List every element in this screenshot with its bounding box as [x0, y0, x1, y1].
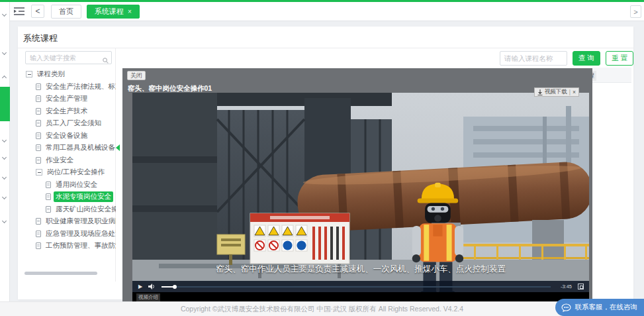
modal-close-button[interactable]: 关闭 — [127, 71, 146, 80]
fullscreen-button[interactable] — [578, 284, 584, 290]
progress-knob[interactable] — [173, 285, 177, 289]
course-name-input[interactable] — [500, 51, 567, 66]
video-title: 窑头、窑中岗位安全操作01 — [128, 84, 212, 93]
chat-support-button[interactable]: 联系客服，在线咨询 — [555, 299, 644, 316]
document-icon — [36, 108, 41, 115]
tree-item[interactable]: 露天矿山岗位安全操作 — [22, 203, 116, 216]
tree-item[interactable]: 课程类别 — [22, 68, 116, 81]
tab-label: 系统课程 — [95, 7, 124, 17]
video-intro-tag[interactable]: 视频介绍 — [136, 293, 160, 301]
video-modal: 关闭 窑头、窑中岗位安全操作01 视频下载 | × — [122, 68, 592, 301]
tree-item-label: 通用岗位安全 — [54, 180, 99, 190]
tree-item-label: 安全生产管理 — [44, 93, 89, 104]
chevron-down-icon — [2, 12, 7, 17]
tree-horizontal-scrollbar[interactable] — [24, 272, 97, 275]
search-icon — [103, 54, 109, 66]
document-icon — [46, 193, 51, 200]
collapsed-nav-rail — [0, 2, 10, 301]
tree-item-label: 职业健康管理及职业病防治 — [44, 216, 116, 227]
tree-item-label: 作业安全 — [44, 155, 75, 166]
tab-home[interactable]: 首页 — [51, 5, 81, 19]
chevron-up-icon — [2, 76, 7, 80]
play-button[interactable]: ▶ — [138, 284, 142, 290]
document-icon — [46, 206, 51, 213]
tree-item[interactable]: 常用工器具及机械设备 — [22, 142, 116, 154]
tree-item-label: 露天矿山岗位安全操作 — [54, 204, 116, 215]
keyword-search-input[interactable] — [25, 51, 112, 64]
chat-bubble-icon — [561, 303, 571, 312]
panel-collapse-handle[interactable] — [116, 144, 120, 151]
video-bottom-strip: 视频介绍 — [132, 292, 589, 301]
reset-button[interactable]: 重 置 — [606, 51, 633, 66]
chevron-down-icon — [2, 175, 7, 180]
tree-item-label: 工伤预防管理、事故防治及典型 — [44, 240, 116, 251]
document-icon — [36, 242, 41, 249]
tree-item-label: 安全设备设施 — [44, 131, 89, 141]
tree-item-label: 课程类别 — [35, 69, 67, 79]
tag-divider: | — [569, 89, 571, 95]
tab-bar: < 首页 系统课程 × > — [10, 2, 644, 21]
tree-item[interactable]: 安全生产技术 — [22, 105, 116, 118]
tree-item-label: 常用工器具及机械设备 — [44, 142, 116, 153]
document-icon — [36, 157, 41, 164]
video-player[interactable]: 窑头、窑中作业人员主要是负责主减速机、一次风机、推煤小车、点火控制装置 ▶ -3… — [132, 93, 589, 301]
document-icon — [46, 182, 51, 188]
chevron-down-icon — [2, 138, 7, 142]
collapse-box-icon[interactable] — [26, 71, 32, 78]
tree-item[interactable]: 水泥专项岗位安全 — [22, 191, 116, 203]
tree-item-label: 水泥专项岗位安全 — [54, 191, 113, 202]
course-category-panel: 课程类别安全生产法律法规、标准安全生产管理安全生产技术员工入厂安全须知安全设备设… — [22, 48, 116, 282]
tree-item-label: 安全生产法律法规、标准 — [44, 81, 116, 92]
progress-bar[interactable] — [161, 286, 551, 288]
tab-system-courses[interactable]: 系统课程 × — [87, 5, 140, 19]
chevron-down-icon — [2, 50, 7, 55]
copyright-text: Copyright ©武汉博晟安全技术股份有限公司 中国·武汉 版权所有 All… — [181, 305, 463, 314]
chevron-down-icon — [2, 195, 7, 199]
card-header: 系统课程 — [18, 26, 633, 48]
download-icon — [537, 89, 543, 95]
tab-next-button[interactable]: > — [630, 5, 641, 18]
document-icon — [36, 218, 41, 225]
page-title: 系统课程 — [23, 32, 58, 44]
tab-back-button[interactable]: < — [31, 5, 44, 18]
document-icon — [36, 144, 41, 151]
download-label: 视频下载 — [545, 88, 567, 96]
top-accent-line — [0, 0, 644, 2]
course-category-tree: 课程类别安全生产法律法规、标准安全生产管理安全生产技术员工入厂安全须知安全设备设… — [22, 68, 116, 267]
tree-item[interactable]: 岗位/工种安全操作 — [22, 166, 116, 179]
download-close-icon[interactable]: × — [573, 89, 576, 95]
document-icon — [36, 132, 41, 139]
tree-item-label: 应急管理及现场应急处置 — [44, 229, 116, 239]
tree-item[interactable]: 作业安全 — [22, 154, 116, 167]
chevron-down-icon — [2, 155, 7, 160]
tree-item[interactable]: 员工入厂安全须知 — [22, 117, 116, 130]
tree-item[interactable]: 职业健康管理及职业病防治 — [22, 215, 116, 228]
collapse-box-icon[interactable] — [36, 169, 42, 176]
footer: Copyright ©武汉博晟安全技术股份有限公司 中国·武汉 版权所有 All… — [0, 301, 644, 316]
volume-icon[interactable] — [148, 284, 155, 290]
tree-item[interactable]: 安全生产法律法规、标准 — [22, 81, 116, 93]
tree-item-label: 员工入厂安全须知 — [44, 118, 103, 129]
video-subtitle: 窑头、窑中作业人员主要是负责主减速机、一次风机、推煤小车、点火控制装置 — [132, 264, 589, 275]
document-icon — [36, 95, 41, 102]
chevron-down-icon — [2, 219, 7, 223]
video-control-bar: ▶ -3:45 — [132, 281, 589, 292]
video-download-tag[interactable]: 视频下载 | × — [534, 87, 579, 97]
tree-item[interactable]: 工伤预防管理、事故防治及典型 — [22, 240, 116, 252]
tree-item-label: 岗位/工种安全操作 — [45, 167, 107, 178]
tree-item[interactable]: 安全设备设施 — [22, 130, 116, 142]
time-remaining: -3:45 — [561, 284, 572, 290]
document-icon — [36, 120, 41, 127]
tree-item[interactable]: 应急管理及现场应急处置 — [22, 228, 116, 240]
document-icon — [36, 83, 41, 90]
document-icon — [36, 231, 41, 237]
fold-menu-icon[interactable] — [14, 6, 26, 17]
tree-item[interactable]: 通用岗位安全 — [22, 179, 116, 191]
tree-item[interactable]: 安全生产管理 — [22, 93, 116, 105]
tab-close-icon[interactable]: × — [128, 8, 132, 15]
chat-label: 联系客服，在线咨询 — [575, 303, 638, 312]
query-button[interactable]: 查 询 — [573, 51, 600, 66]
rail-active-item[interactable] — [0, 87, 10, 121]
tree-item-label: 安全生产技术 — [44, 106, 89, 117]
